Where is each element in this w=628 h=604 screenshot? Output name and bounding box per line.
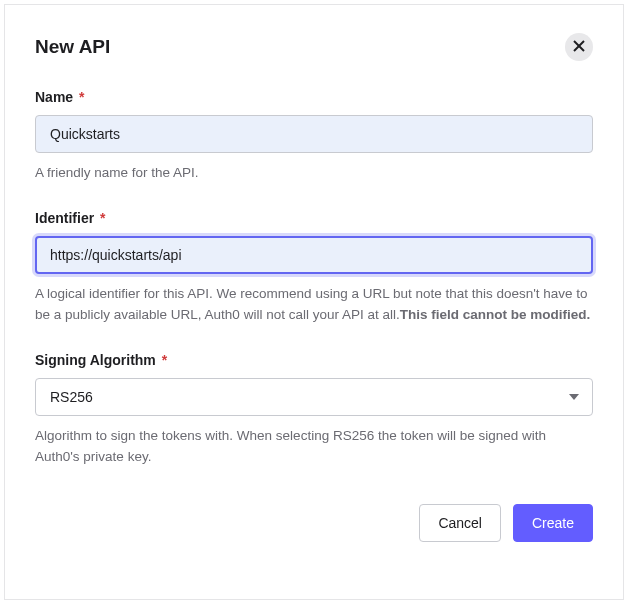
dialog-footer: Cancel Create	[35, 504, 593, 542]
algorithm-select[interactable]: RS256	[35, 378, 593, 416]
identifier-label: Identifier *	[35, 210, 593, 226]
identifier-help-text-b: This field cannot be modified.	[400, 307, 591, 322]
name-input[interactable]	[35, 115, 593, 153]
identifier-label-text: Identifier	[35, 210, 94, 226]
name-label: Name *	[35, 89, 593, 105]
close-button[interactable]	[565, 33, 593, 61]
dialog-title: New API	[35, 36, 110, 58]
identifier-help-text: A logical identifier for this API. We re…	[35, 284, 593, 326]
create-button[interactable]: Create	[513, 504, 593, 542]
algorithm-label: Signing Algorithm *	[35, 352, 593, 368]
name-field-group: Name * A friendly name for the API.	[35, 89, 593, 184]
new-api-dialog: New API Name * A friendly name for the A…	[4, 4, 624, 600]
identifier-input[interactable]	[35, 236, 593, 274]
dialog-header: New API	[35, 33, 593, 61]
cancel-button[interactable]: Cancel	[419, 504, 501, 542]
required-indicator: *	[100, 210, 105, 226]
algorithm-label-text: Signing Algorithm	[35, 352, 156, 368]
algorithm-help-text: Algorithm to sign the tokens with. When …	[35, 426, 593, 468]
name-help-text: A friendly name for the API.	[35, 163, 593, 184]
required-indicator: *	[162, 352, 167, 368]
close-icon	[573, 39, 585, 55]
algorithm-field-group: Signing Algorithm * RS256 Algorithm to s…	[35, 352, 593, 468]
name-label-text: Name	[35, 89, 73, 105]
identifier-field-group: Identifier * A logical identifier for th…	[35, 210, 593, 326]
algorithm-select-wrapper: RS256	[35, 378, 593, 416]
required-indicator: *	[79, 89, 84, 105]
